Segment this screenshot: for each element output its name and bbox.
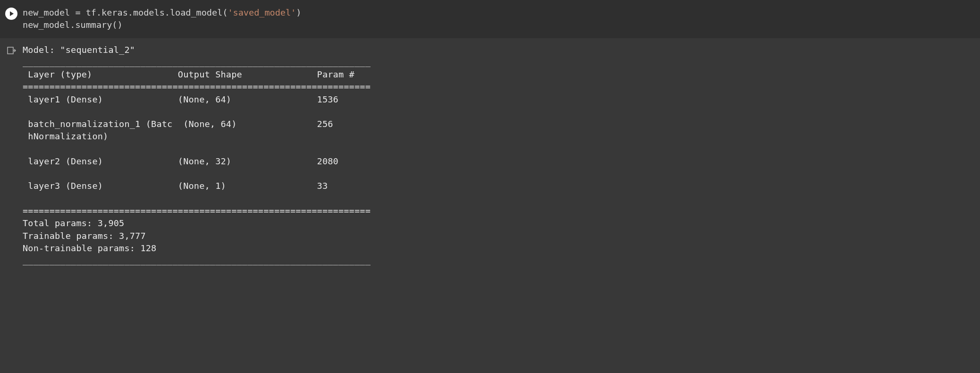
output-layer-row: hNormalization) [23, 131, 371, 141]
output-header-row: Layer (type) Output Shape Param # [23, 69, 371, 79]
code-token: ) [296, 8, 301, 17]
output-layer-row: batch_normalization_1 (Batc (None, 64) 2… [23, 119, 371, 129]
code-token: . [70, 20, 75, 30]
code-token: summary [75, 20, 112, 30]
code-token: load_model [170, 8, 222, 17]
output-layer-row: layer2 (Dense) (None, 32) 2080 [23, 156, 371, 166]
code-token: . [128, 8, 133, 17]
code-token: . [96, 8, 101, 17]
code-token: new_model [23, 8, 75, 17]
output-gutter [0, 44, 23, 55]
output-collapse-icon[interactable] [7, 46, 16, 55]
code-token-string: 'saved_model' [228, 8, 296, 17]
output-layer-row: layer3 (Dense) (None, 1) 33 [23, 181, 371, 191]
output-nontrainable-params: Non-trainable params: 128 [23, 243, 156, 253]
code-token: keras [101, 8, 128, 17]
output-blank [23, 107, 371, 117]
output-blank [23, 169, 371, 178]
svg-rect-0 [8, 47, 13, 54]
output-blank [23, 194, 371, 203]
play-icon [8, 10, 15, 17]
code-cell-input: new_model = tf.keras.models.load_model('… [0, 0, 980, 38]
run-cell-button[interactable] [5, 8, 17, 20]
code-token: = [75, 8, 80, 17]
code-token: tf [81, 8, 96, 17]
output-rule: ========================================… [23, 82, 371, 92]
output-blank [23, 144, 371, 154]
output-rule: ________________________________________… [23, 255, 371, 265]
code-token: models [133, 8, 165, 17]
output-rule: ========================================… [23, 206, 371, 216]
output-line: Model: "sequential_2" [23, 45, 135, 55]
output-rule: ________________________________________… [23, 57, 371, 67]
cell-gutter [0, 7, 23, 20]
code-token: ( [222, 8, 228, 17]
output-trainable-params: Trainable params: 3,777 [23, 231, 146, 241]
output-layer-row: layer1 (Dense) (None, 64) 1536 [23, 94, 371, 104]
output-total-params: Total params: 3,905 [23, 218, 124, 228]
code-token: () [112, 20, 122, 30]
code-editor[interactable]: new_model = tf.keras.models.load_model('… [23, 7, 301, 32]
code-token: . [165, 8, 170, 17]
output-text: Model: "sequential_2" __________________… [23, 44, 371, 267]
code-token: new_model [23, 20, 70, 30]
code-cell-output: Model: "sequential_2" __________________… [0, 38, 980, 281]
